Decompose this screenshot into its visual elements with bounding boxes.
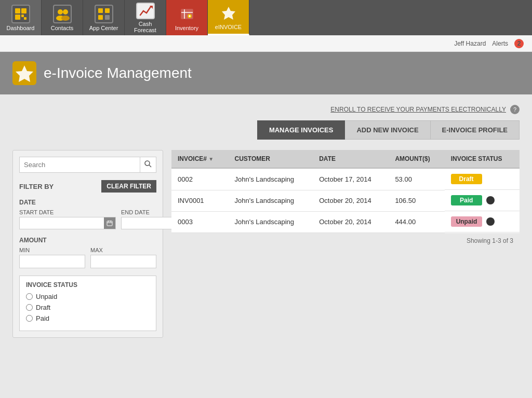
user-bar: Jeff Hazard Alerts 2 (0, 35, 532, 52)
nav-item-cashforecast[interactable]: Cash Forecast (125, 0, 166, 35)
table-row[interactable]: INV0001John's LandscapingOctober 20, 201… (171, 190, 520, 211)
max-input[interactable] (90, 255, 156, 268)
action-dot[interactable] (486, 217, 495, 226)
help-icon[interactable]: ? (510, 105, 520, 114)
clear-filter-button[interactable]: CLEAR FILTER (101, 180, 156, 193)
nav-item-dashboard[interactable]: Dashboard (0, 0, 42, 35)
table-area: INVOICE# ▼ CUSTOMER DATE AMOUNT($) INVOI… (171, 150, 520, 338)
cell-invoice-num: 0002 (171, 168, 229, 190)
table-row[interactable]: 0002John's LandscapingOctober 17, 201453… (171, 168, 520, 190)
invoice-status-filter: INVOICE STATUS Unpaid Draft Paid (19, 276, 156, 331)
invoice-status-filter-label: INVOICE STATUS (26, 281, 150, 289)
svg-point-6 (63, 9, 68, 15)
showing-text: Showing 1-3 of 3 (171, 233, 520, 249)
date-label: DATE (19, 199, 156, 206)
appcenter-icon (95, 5, 113, 23)
col-invoice-num[interactable]: INVOICE# ▼ (171, 150, 229, 168)
col-status: INVOICE STATUS (445, 150, 520, 168)
nav-item-contacts[interactable]: Contacts (42, 0, 83, 35)
inventory-icon (178, 5, 196, 23)
alerts-label[interactable]: Alerts (492, 40, 508, 47)
unpaid-radio[interactable] (26, 293, 33, 300)
max-field: MAX (90, 247, 156, 268)
cell-status: Paid (445, 190, 520, 211)
status-badge: Paid (451, 195, 482, 205)
min-input[interactable] (19, 255, 85, 268)
start-date-label: START DATE (19, 209, 116, 215)
nav-label-contacts: Contacts (51, 25, 73, 31)
sidebar: FILTER BY CLEAR FILTER DATE START DATE (12, 150, 163, 338)
enroll-bar: ENROLL TO RECEIVE YOUR PAYMENTS ELECTRON… (12, 105, 520, 114)
cell-invoice-num: INV0001 (171, 190, 229, 211)
amount-row: MIN MAX (19, 247, 156, 268)
col-amount: AMOUNT($) (389, 150, 444, 168)
cell-date: October 20, 2014 (313, 190, 389, 211)
start-date-calendar-icon[interactable] (104, 217, 115, 229)
status-badge: Unpaid (451, 216, 483, 227)
dashboard-icon (11, 5, 30, 23)
contacts-icon (53, 5, 72, 23)
action-dot[interactable] (486, 196, 495, 204)
alerts-badge[interactable]: 2 (514, 39, 524, 48)
enroll-link[interactable]: ENROLL TO RECEIVE YOUR PAYMENTS ELECTRON… (330, 106, 506, 113)
start-date-input[interactable] (20, 217, 104, 229)
cell-amount: 53.00 (389, 168, 444, 190)
date-filter-section: DATE START DATE (19, 199, 156, 229)
col-customer: CUSTOMER (229, 150, 313, 168)
cashforecast-icon (136, 3, 155, 19)
svg-point-8 (61, 16, 70, 21)
svg-marker-20 (222, 7, 235, 20)
svg-rect-4 (24, 17, 26, 20)
draft-radio[interactable] (26, 304, 33, 311)
svg-rect-1 (21, 8, 26, 13)
svg-point-5 (58, 9, 63, 15)
search-button[interactable] (140, 157, 156, 173)
paid-radio[interactable] (26, 315, 33, 322)
svg-rect-12 (105, 15, 110, 20)
svg-line-23 (149, 165, 151, 167)
table-row[interactable]: 0003John's LandscapingOctober 20, 201444… (171, 211, 520, 232)
page-header: e-Invoice Management (0, 52, 532, 94)
nav-label-cashforecast: Cash Forecast (127, 21, 164, 33)
nav-item-inventory[interactable]: Inventory (166, 0, 208, 35)
col-date: DATE (313, 150, 389, 168)
svg-rect-11 (98, 15, 103, 20)
unpaid-label: Unpaid (36, 293, 57, 300)
sort-icon: ▼ (208, 156, 214, 162)
status-radio-unpaid: Unpaid (26, 293, 150, 300)
date-row: START DATE (19, 209, 156, 229)
page-title: e-Invoice Management (44, 65, 192, 81)
status-badge: Draft (451, 174, 482, 184)
nav-item-einvoice[interactable]: eINVOICE (208, 0, 249, 35)
invoice-table: INVOICE# ▼ CUSTOMER DATE AMOUNT($) INVOI… (171, 150, 520, 233)
svg-marker-21 (16, 65, 33, 82)
tab-add-new-invoice[interactable]: ADD NEW INVOICE (345, 120, 430, 140)
filter-label: FILTER BY (19, 183, 54, 190)
svg-rect-2 (15, 15, 20, 20)
nav-item-appcenter[interactable]: App Center (83, 0, 125, 35)
cell-customer: John's Landscaping (229, 168, 313, 190)
tab-manage-invoices[interactable]: MANAGE INVOICES (257, 120, 345, 140)
start-date-input-wrap (19, 217, 116, 229)
nav-label-appcenter: App Center (89, 25, 118, 31)
min-field: MIN (19, 247, 85, 268)
search-icon (144, 160, 152, 168)
start-date-field: START DATE (19, 209, 116, 229)
cell-amount: 444.00 (389, 211, 444, 232)
amount-filter-section: AMOUNT MIN MAX (19, 237, 156, 268)
search-input[interactable] (19, 157, 140, 173)
top-navigation: Dashboard Contacts App Center (0, 0, 532, 35)
tab-einvoice-profile[interactable]: E-INVOICE PROFILE (431, 120, 520, 140)
max-label: MAX (90, 247, 156, 253)
cell-invoice-num: 0003 (171, 211, 229, 232)
svg-point-22 (145, 161, 150, 166)
nav-label-dashboard: Dashboard (7, 25, 35, 31)
svg-rect-10 (105, 8, 110, 13)
content-area: ENROLL TO RECEIVE YOUR PAYMENTS ELECTRON… (0, 94, 532, 348)
min-label: MIN (19, 247, 85, 253)
svg-rect-24 (107, 221, 112, 226)
svg-rect-9 (98, 8, 103, 13)
search-row (19, 157, 156, 173)
svg-rect-0 (15, 8, 20, 13)
cell-customer: John's Landscaping (229, 190, 313, 211)
